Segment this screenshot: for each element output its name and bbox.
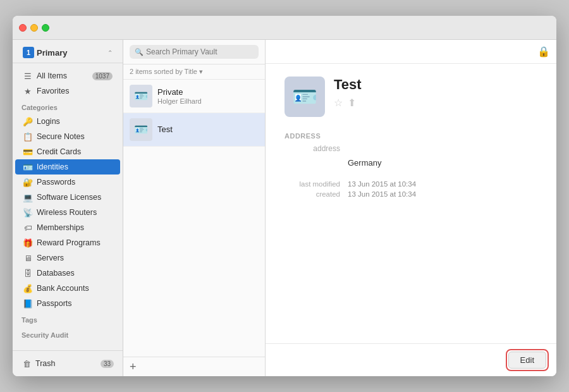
add-item-button[interactable]: +	[130, 361, 137, 372]
reward-programs-icon: 🎁	[23, 238, 33, 248]
field-label-country	[284, 158, 348, 159]
vault-selector[interactable]: 1 Primary ⌃	[19, 45, 116, 60]
list-item-title-test: Test	[157, 125, 259, 134]
edit-button-highlight: Edit	[506, 349, 549, 371]
databases-label: Databases	[37, 269, 75, 278]
meta-value-created: 13 Jun 2015 at 10:34	[348, 190, 416, 198]
databases-icon: 🗄	[23, 268, 33, 278]
main-content: 1 Primary ⌃ ☰ All Items 1037 ★ Favorites…	[13, 40, 556, 376]
sidebar-top: 1 Primary ⌃	[13, 40, 123, 63]
vault-icon: 1	[23, 47, 34, 58]
sidebar-item-all-items[interactable]: ☰ All Items 1037	[15, 68, 120, 83]
detail-field-address: address	[284, 144, 537, 153]
detail-meta: last modified 13 Jun 2015 at 10:34 creat…	[284, 180, 537, 198]
close-button[interactable]	[19, 24, 27, 32]
sidebar-item-credit-cards[interactable]: 💳 Credit Cards	[15, 144, 120, 159]
trash-icon: 🗑	[21, 358, 32, 369]
detail-title-area: Test ☆ ⬆	[334, 77, 537, 109]
detail-panel: 🔒 🪪 Test ☆ ⬆ Address add	[266, 40, 556, 376]
identities-label: Identities	[37, 162, 68, 171]
detail-hero: 🪪 Test ☆ ⬆	[284, 77, 537, 117]
sidebar-item-wireless-routers[interactable]: 📡 Wireless Routers	[15, 205, 120, 220]
title-bar	[13, 16, 556, 40]
bank-accounts-label: Bank Accounts	[37, 284, 89, 293]
sidebar-item-passports[interactable]: 📘 Passports	[15, 296, 120, 311]
memberships-label: Memberships	[37, 223, 84, 232]
sidebar-item-bank-accounts[interactable]: 💰 Bank Accounts	[15, 281, 120, 296]
minimize-button[interactable]	[30, 24, 38, 32]
search-input[interactable]	[146, 47, 254, 56]
edit-button[interactable]: Edit	[508, 352, 546, 369]
search-icon: 🔍	[135, 48, 144, 56]
sidebar: 1 Primary ⌃ ☰ All Items 1037 ★ Favorites…	[13, 40, 123, 376]
logins-icon: 🔑	[23, 116, 33, 126]
detail-header-bar: 🔒	[266, 40, 556, 64]
sidebar-footer: 🗑 Trash 33	[13, 350, 123, 376]
sidebar-item-software-licenses[interactable]: 💻 Software Licenses	[15, 190, 120, 205]
wireless-routers-icon: 📡	[23, 207, 33, 217]
wireless-routers-label: Wireless Routers	[37, 208, 97, 217]
search-wrap: 🔍	[130, 45, 259, 59]
meta-label-modified: last modified	[284, 180, 348, 188]
list-item-test[interactable]: 🪪 Test	[123, 113, 265, 147]
sidebar-item-identities[interactable]: 🪪 Identities	[15, 159, 120, 175]
credit-cards-label: Credit Cards	[37, 147, 81, 156]
list-panel: 🔍 2 items sorted by Title ▾ 🪪 Private Ho…	[123, 40, 266, 376]
credit-cards-icon: 💳	[23, 147, 33, 157]
meta-row-modified: last modified 13 Jun 2015 at 10:34	[284, 180, 537, 188]
vault-arrow-icon: ⌃	[107, 49, 113, 56]
sidebar-item-databases[interactable]: 🗄 Databases	[15, 266, 120, 281]
list-search: 🔍	[123, 40, 265, 64]
identities-icon: 🪪	[23, 162, 33, 172]
detail-actions: ☆ ⬆	[334, 97, 537, 109]
passwords-icon: 🔐	[23, 177, 33, 187]
list-item-thumb-test: 🪪	[130, 118, 152, 141]
detail-thumbnail: 🪪	[284, 77, 325, 117]
star-icon[interactable]: ☆	[334, 97, 343, 109]
servers-label: Servers	[37, 254, 64, 262]
list-items: 🪪 Private Holger Eilhard 🪪 Test	[123, 80, 265, 357]
sidebar-item-servers[interactable]: 🖥 Servers	[15, 250, 120, 266]
meta-row-created: created 13 Jun 2015 at 10:34	[284, 190, 537, 198]
detail-section-address: Address address Germany	[284, 132, 537, 168]
sidebar-item-secure-notes[interactable]: 📋 Secure Notes	[15, 129, 120, 144]
favorites-icon: ★	[23, 86, 33, 96]
section-title-address: Address	[284, 132, 537, 140]
sidebar-item-trash[interactable]: 🗑 Trash 33	[16, 356, 119, 371]
sort-text: 2 items sorted by Title ▾	[130, 68, 203, 75]
share-icon[interactable]: ⬆	[348, 97, 356, 109]
passports-label: Passports	[37, 299, 72, 308]
list-item-thumb-private: 🪪	[130, 85, 152, 107]
favorites-label: Favorites	[37, 87, 69, 95]
software-licenses-label: Software Licenses	[37, 193, 101, 202]
sidebar-item-logins[interactable]: 🔑 Logins	[15, 114, 120, 129]
maximize-button[interactable]	[42, 24, 49, 32]
meta-value-modified: 13 Jun 2015 at 10:34	[348, 180, 416, 188]
software-licenses-icon: 💻	[23, 192, 33, 202]
lock-icon: 🔒	[537, 46, 550, 58]
passwords-label: Passwords	[37, 178, 75, 187]
field-value-country: Germany	[348, 158, 537, 168]
all-items-badge: 1037	[92, 72, 113, 80]
sidebar-item-passwords[interactable]: 🔐 Passwords	[15, 175, 120, 190]
all-items-label: All Items	[37, 71, 67, 80]
sidebar-item-favorites[interactable]: ★ Favorites	[15, 83, 120, 99]
sidebar-item-reward-programs[interactable]: 🎁 Reward Programs	[15, 235, 120, 250]
vault-name: Primary	[37, 48, 105, 58]
bank-accounts-icon: 💰	[23, 283, 33, 293]
list-item-private[interactable]: 🪪 Private Holger Eilhard	[123, 80, 265, 113]
detail-content: 🪪 Test ☆ ⬆ Address address	[266, 64, 556, 343]
sort-bar[interactable]: 2 items sorted by Title ▾	[123, 64, 265, 80]
trash-badge: 33	[101, 360, 114, 368]
list-footer: +	[123, 357, 265, 376]
traffic-lights	[19, 24, 49, 32]
detail-field-country: Germany	[284, 158, 537, 168]
trash-label: Trash	[35, 359, 56, 368]
sidebar-nav: ☰ All Items 1037 ★ Favorites Categories …	[13, 63, 123, 346]
passports-icon: 📘	[23, 298, 33, 309]
security-audit-label: Security Audit	[13, 326, 123, 341]
servers-icon: 🖥	[23, 253, 33, 263]
detail-title: Test	[334, 77, 537, 93]
sidebar-item-memberships[interactable]: 🏷 Memberships	[15, 220, 120, 235]
secure-notes-icon: 📋	[23, 132, 33, 142]
